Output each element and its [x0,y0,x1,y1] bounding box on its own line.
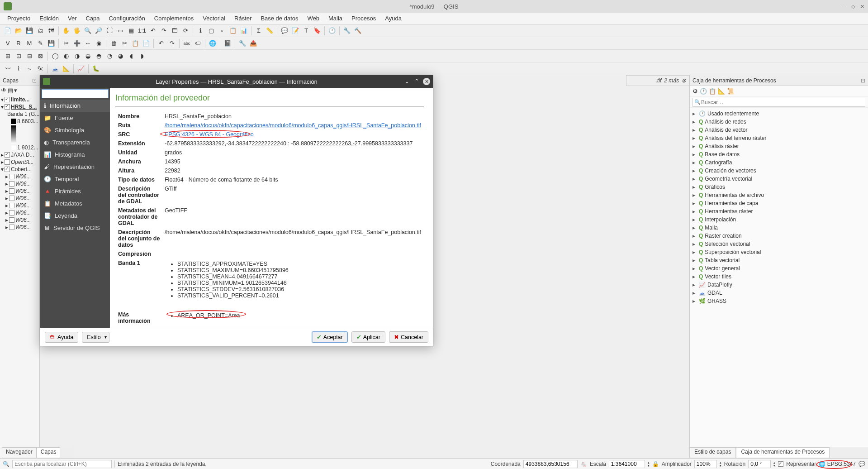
processing-tree-node[interactable]: ▸QAnálisis de redes [693,118,865,126]
menu-configuracion[interactable]: Configuración [105,14,149,23]
processing-tree-node[interactable]: ▸🗻GDAL [693,289,865,297]
coord-input[interactable] [523,460,578,468]
filter-layers-icon[interactable]: 👁 [1,87,7,95]
tab-estilo-capas[interactable]: Estilo de capas [689,447,736,458]
dialog-max-icon[interactable]: ⌃ [413,78,420,85]
scale-input[interactable] [609,460,645,468]
sidebar-item-representacion[interactable]: 🖌Representación [40,161,110,173]
cut-icon[interactable]: ✂ [119,38,129,48]
locate-input[interactable] [12,460,112,468]
zoom-in-icon[interactable]: 🔍 [83,26,93,36]
processing-tree-node[interactable]: ▸QAnálisis ráster [693,142,865,150]
close-button[interactable]: ✕ [859,3,865,10]
digi4-icon[interactable]: ⏧ [35,64,45,74]
maximize-button[interactable]: ◇ [850,3,856,10]
layer-cobert[interactable]: Cobert... [11,166,32,172]
copy-icon[interactable]: 📋 [130,38,140,48]
layer-w1[interactable]: W06... [15,173,31,180]
processing-tree-node[interactable]: ▸🌿GRASS [693,297,865,305]
processing-tree-node[interactable]: ▸QSuperposición vectorial [693,248,865,256]
processing-search-input[interactable] [693,98,865,107]
sigma-icon[interactable]: Σ [254,26,264,36]
dialog-sidebar-search[interactable] [42,89,109,98]
processing-tree-node[interactable]: ▸QGeometría vectorial [693,175,865,183]
layer-w7[interactable]: W06... [15,217,31,223]
geom6-icon[interactable]: ◔ [104,51,114,61]
sidebar-item-leyenda[interactable]: 📑Leyenda [40,210,110,222]
menu-vectorial[interactable]: Vectorial [199,14,229,23]
geom3-icon[interactable]: ◑ [72,51,82,61]
digi2-icon[interactable]: ⌇ [14,64,24,74]
processing-tree-node[interactable]: ▸QGráficos [693,183,865,191]
select-icon[interactable]: ▢ [206,26,216,36]
redo-icon[interactable]: ↷ [167,38,177,48]
menu-ver[interactable]: Ver [64,14,81,23]
script-icon[interactable]: 📜 [727,88,734,95]
measure-icon[interactable]: 📏 [265,26,275,36]
sidebar-item-transparencia[interactable]: ◐Transparencia [40,136,110,148]
layer-item[interactable]: limite... [11,96,29,103]
text-icon[interactable]: T [301,26,311,36]
zoom-layer-icon[interactable]: ▤ [126,26,136,36]
dialog-content[interactable]: Información del proveedor NombreHRSL_San… [110,88,433,328]
processing-tree-node[interactable]: ▸QCartografía [693,158,865,167]
add-vector-icon[interactable]: V [3,38,13,48]
sidebar-item-piramides[interactable]: 🔺Pirámides [40,185,110,197]
crs-button[interactable]: 🌐 EPSG:5347 [819,461,856,467]
menu-proyecto[interactable]: Proyecto [4,14,34,23]
chip-close-icon[interactable]: ⊗ [682,77,686,84]
deselect-icon[interactable]: ▫ [217,26,227,36]
wrench-icon[interactable]: 🔧 [237,38,247,48]
zoom-selection-icon[interactable]: ▭ [115,26,125,36]
add-feature-icon[interactable]: ➕ [72,38,82,48]
layer-item-selected[interactable]: HRSL_S... [11,104,37,110]
abc-icon[interactable]: abc [182,38,192,48]
plugin2-icon[interactable]: 🔨 [353,26,363,36]
processing-tree-node[interactable]: ▸QAnálisis del terreno ráster [693,134,865,142]
geom8-icon[interactable]: ◖ [126,51,136,61]
layer-w6[interactable]: W06... [15,210,31,216]
amplifier-input[interactable] [694,460,717,468]
layer-w4[interactable]: W06... [15,195,31,201]
help-button[interactable]: ⛑Ayuda [45,332,78,343]
processing-tree-node[interactable]: ▸QMalla [693,224,865,232]
layer-jaxa[interactable]: JAXA D... [11,152,34,158]
new-map-view-icon[interactable]: 🗔 [170,26,180,36]
zoom-last-icon[interactable]: ↶ [148,26,158,36]
digi3-icon[interactable]: ⏦ [24,64,34,74]
field-calc-icon[interactable]: 📊 [239,26,249,36]
bug-icon[interactable]: 🐛 [91,64,101,74]
messages-icon[interactable]: 💬 [859,461,865,467]
tab-capas[interactable]: Capas [37,447,61,458]
results-icon[interactable]: 📋 [709,88,716,95]
dialog-rollup-icon[interactable]: ⌄ [403,78,410,85]
pan-selection-icon[interactable]: 🖐 [72,26,82,36]
add-group-icon[interactable]: ▤ [8,87,13,95]
layer-w3[interactable]: W06... [15,188,31,194]
menu-complementos[interactable]: Complementos [151,14,197,23]
sidebar-item-metadatos[interactable]: 📋Metadatos [40,197,110,210]
geom1-icon[interactable]: ◯ [50,51,60,61]
sidebar-item-simbologia[interactable]: 🎨Simbología [40,124,110,136]
amp-spinner[interactable]: ▴▾ [720,461,721,467]
style-button[interactable]: Estilo [82,332,109,343]
history-icon[interactable]: 🕐 [700,88,707,95]
open-project-icon[interactable]: 📂 [14,26,24,36]
save-project-icon[interactable]: 💾 [24,26,34,36]
rotation-input[interactable] [748,460,771,468]
snap3-icon[interactable]: ⊟ [24,51,34,61]
plugin1-icon[interactable]: 🔧 [342,26,352,36]
extents-icon[interactable]: 🐁 [580,461,587,467]
layout-manager-icon[interactable]: 🗺 [46,26,56,36]
snap-icon[interactable]: ⊞ [3,51,13,61]
menu-web[interactable]: Web [304,14,323,23]
sidebar-item-fuente[interactable]: 📁Fuente [40,112,110,124]
undo-icon[interactable]: ↶ [156,38,166,48]
bookmark-icon[interactable]: 🔖 [312,26,322,36]
folder-out-icon[interactable]: 📤 [248,38,258,48]
menu-raster[interactable]: Ráster [231,14,255,23]
snap4-icon[interactable]: ⊠ [35,51,45,61]
maptips-icon[interactable]: 💬 [280,26,289,36]
processing-tree-node[interactable]: ▸QHerramientas de archivo [693,191,865,199]
processing-tree-node[interactable]: ▸QSelección vectorial [693,240,865,248]
